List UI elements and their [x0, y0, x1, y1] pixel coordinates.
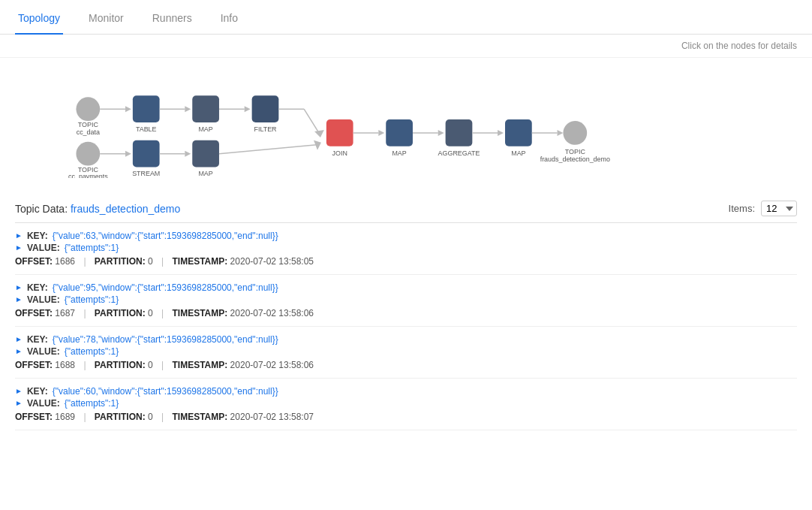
- svg-text:cc_data: cc_data: [77, 128, 100, 136]
- value-row: ► VALUE: {"attempts":1}: [15, 243, 797, 253]
- topology-canvas: TOPIC cc_data TABLE MAP FILTER JOIN: [0, 58, 812, 193]
- svg-marker-19: [438, 130, 444, 136]
- node-map-bottom[interactable]: [192, 140, 219, 167]
- svg-marker-3: [125, 106, 131, 112]
- partition-label: PARTITION:: [95, 256, 146, 267]
- offset-label: OFFSET:: [15, 308, 53, 318]
- partition-label: PARTITION:: [95, 308, 146, 318]
- node-table[interactable]: [133, 95, 160, 122]
- sep1: |: [83, 360, 86, 370]
- value-expand-icon[interactable]: ►: [15, 347, 23, 355]
- items-control: Items: 12 25 50 100: [729, 201, 797, 216]
- hint-text: Click on the nodes for details: [681, 41, 797, 51]
- tab-runners[interactable]: Runners: [149, 0, 195, 35]
- timestamp-value: 2020-07-02 13:58:05: [230, 256, 314, 267]
- topic-data-header: Topic Data: frauds_detection_demo Items:…: [15, 193, 797, 223]
- partition-value: 0: [148, 308, 153, 318]
- sep2: |: [161, 412, 164, 422]
- offset-label: OFFSET:: [15, 412, 53, 422]
- key-expand-icon[interactable]: ►: [15, 335, 23, 343]
- key-row: ► KEY: {"value":63,"window":{"start":159…: [15, 231, 797, 241]
- timestamp-label: TIMESTAMP:: [172, 412, 227, 422]
- tab-info[interactable]: Info: [218, 0, 241, 35]
- value-expand-icon[interactable]: ►: [15, 399, 23, 407]
- offset-value: 1688: [55, 360, 75, 370]
- key-expand-icon[interactable]: ►: [15, 387, 23, 395]
- meta-row: OFFSET: 1687 | PARTITION: 0 | TIMESTAMP:…: [15, 308, 797, 318]
- key-row: ► KEY: {"value":78,"window":{"start":159…: [15, 334, 797, 345]
- svg-text:FILTER: FILTER: [254, 125, 277, 133]
- key-row: ► KEY: {"value":95,"window":{"start":159…: [15, 282, 797, 293]
- timestamp-label: TIMESTAMP:: [172, 308, 227, 318]
- svg-text:frauds_detection_demo: frauds_detection_demo: [540, 155, 610, 163]
- tab-bar: Topology Monitor Runners Info: [0, 0, 812, 35]
- svg-text:TOPIC: TOPIC: [78, 121, 99, 128]
- svg-marker-9: [245, 106, 251, 112]
- topic-data-label: Topic Data:: [15, 203, 71, 215]
- svg-marker-6: [185, 106, 191, 112]
- tab-monitor[interactable]: Monitor: [86, 0, 127, 35]
- items-select[interactable]: 12 25 50 100: [761, 201, 797, 216]
- node-map-2[interactable]: [386, 119, 413, 146]
- node-topic-frauds[interactable]: [563, 121, 587, 145]
- value-label: VALUE:: [27, 346, 60, 357]
- timestamp-value: 2020-07-02 13:58:06: [230, 308, 314, 318]
- node-topic-cc-data[interactable]: [76, 97, 100, 121]
- node-map-3[interactable]: [505, 119, 532, 146]
- sep1: |: [83, 256, 86, 267]
- value-value: {"attempts":1}: [65, 398, 119, 409]
- hint-bar: Click on the nodes for details: [0, 35, 812, 58]
- sep2: |: [161, 360, 164, 370]
- svg-text:MAP: MAP: [392, 149, 406, 157]
- value-row: ► VALUE: {"attempts":1}: [15, 398, 797, 409]
- topic-data-title: Topic Data: frauds_detection_demo: [15, 203, 180, 215]
- svg-marker-13: [314, 130, 324, 137]
- node-aggregate[interactable]: [446, 119, 473, 146]
- node-topic-cc-payments[interactable]: [76, 142, 100, 166]
- main-content: Topic Data: frauds_detection_demo Items:…: [0, 193, 812, 430]
- meta-row: OFFSET: 1689 | PARTITION: 0 | TIMESTAMP:…: [15, 412, 797, 422]
- value-label: VALUE:: [27, 398, 60, 409]
- svg-marker-34: [185, 151, 191, 157]
- partition-label: PARTITION:: [95, 360, 146, 370]
- partition-value: 0: [148, 360, 153, 370]
- timestamp-label: TIMESTAMP:: [172, 256, 227, 267]
- node-map-1[interactable]: [192, 95, 219, 122]
- svg-marker-22: [498, 130, 504, 136]
- data-item: ► KEY: {"value":60,"window":{"start":159…: [15, 379, 797, 430]
- partition-value: 0: [148, 412, 153, 422]
- key-value: {"value":78,"window":{"start":1593698285…: [53, 334, 278, 345]
- svg-text:cc_payments: cc_payments: [68, 173, 108, 178]
- partition-value: 0: [148, 256, 153, 267]
- timestamp-label: TIMESTAMP:: [172, 360, 227, 370]
- value-expand-icon[interactable]: ►: [15, 243, 23, 252]
- sep1: |: [83, 308, 86, 318]
- value-label: VALUE:: [27, 243, 60, 253]
- timestamp-value: 2020-07-02 13:58:07: [230, 412, 314, 422]
- svg-text:MAP: MAP: [511, 149, 525, 157]
- svg-text:MAP: MAP: [198, 170, 212, 177]
- svg-text:MAP: MAP: [198, 125, 212, 133]
- data-item: ► KEY: {"value":95,"window":{"start":159…: [15, 275, 797, 327]
- partition-label: PARTITION:: [95, 412, 146, 422]
- node-stream[interactable]: [133, 140, 160, 167]
- node-join[interactable]: [326, 119, 353, 146]
- key-label: KEY:: [27, 282, 48, 293]
- svg-marker-31: [125, 151, 131, 157]
- svg-text:TABLE: TABLE: [136, 125, 157, 133]
- node-filter[interactable]: [252, 95, 279, 122]
- value-expand-icon[interactable]: ►: [15, 295, 23, 303]
- offset-value: 1689: [55, 412, 75, 422]
- key-value: {"value":95,"window":{"start":1593698285…: [53, 282, 278, 293]
- svg-text:JOIN: JOIN: [332, 149, 347, 157]
- svg-text:STREAM: STREAM: [132, 170, 160, 177]
- svg-line-36: [219, 145, 317, 154]
- topology-diagram: TOPIC cc_data TABLE MAP FILTER JOIN: [23, 73, 797, 178]
- key-expand-icon[interactable]: ►: [15, 283, 23, 291]
- key-label: KEY:: [27, 231, 48, 241]
- tab-topology[interactable]: Topology: [15, 0, 63, 35]
- timestamp-value: 2020-07-02 13:58:06: [230, 360, 314, 370]
- key-expand-icon[interactable]: ►: [15, 231, 23, 240]
- key-label: KEY:: [27, 334, 48, 345]
- topic-data-name[interactable]: frauds_detection_demo: [71, 203, 180, 215]
